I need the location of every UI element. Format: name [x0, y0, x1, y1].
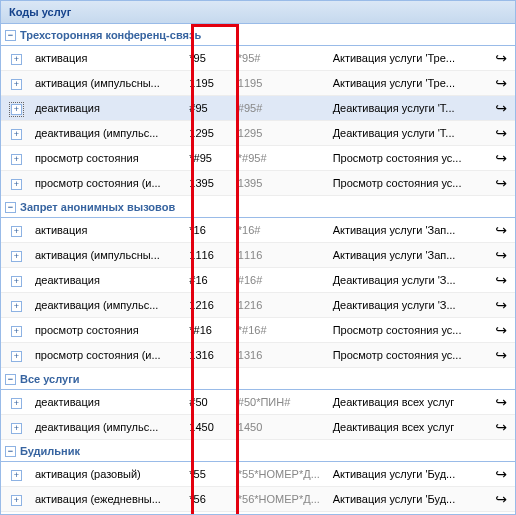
group-collapse-icon[interactable]: − — [5, 30, 16, 41]
cell-code: 1116 — [186, 243, 235, 268]
undo-icon[interactable]: ↩ — [495, 322, 507, 338]
cell-name: деактивация (импульс... — [32, 415, 186, 440]
table-row[interactable]: +активация (импульсны...11951195Активаци… — [1, 71, 515, 96]
cell-code: *55 — [186, 462, 235, 487]
table-row[interactable]: +деактивация (импульс...12951295Деактива… — [1, 121, 515, 146]
table-row[interactable]: +деактивация (импульс...14501450Деактива… — [1, 415, 515, 440]
group-header[interactable]: −Будильник — [1, 440, 515, 462]
cell-dial: *#95# — [235, 146, 330, 171]
undo-icon[interactable]: ↩ — [495, 150, 507, 166]
group-header[interactable]: −Трехсторонняя конференц-связь — [1, 24, 515, 46]
cell-code: 1216 — [186, 293, 235, 318]
table-row[interactable]: +активация*16*16#Активация услуги 'Зап..… — [1, 218, 515, 243]
row-expand-icon[interactable]: + — [11, 276, 22, 287]
table-row[interactable]: +деактивация#16#16#Деактивация услуги 'З… — [1, 268, 515, 293]
undo-icon[interactable]: ↩ — [495, 125, 507, 141]
cell-name: просмотр состояния (и... — [32, 343, 186, 368]
undo-icon[interactable]: ↩ — [495, 297, 507, 313]
cell-description: Просмотр состояния ус... — [330, 171, 487, 196]
cell-code: 1450 — [186, 415, 235, 440]
undo-icon[interactable]: ↩ — [495, 100, 507, 116]
table-row[interactable]: +деактивация (импульс...12161216Деактива… — [1, 293, 515, 318]
group-collapse-icon[interactable]: − — [5, 446, 16, 457]
undo-icon[interactable]: ↩ — [495, 222, 507, 238]
table-row[interactable]: +активация (ежедневны...*56*56*НОМЕР*Д..… — [1, 487, 515, 512]
row-expand-icon[interactable]: + — [11, 495, 22, 506]
undo-icon[interactable]: ↩ — [495, 491, 507, 507]
table-row[interactable]: +просмотр состояния (и...13951395Просмот… — [1, 171, 515, 196]
undo-icon[interactable]: ↩ — [495, 50, 507, 66]
group-collapse-icon[interactable]: − — [5, 374, 16, 385]
cell-name: деактивация — [32, 512, 186, 515]
table-row[interactable]: +деактивация#55#55*НОМЕР#Деактивация усл… — [1, 512, 515, 515]
undo-icon[interactable]: ↩ — [495, 394, 507, 410]
cell-name: деактивация — [32, 96, 186, 121]
cell-description: Просмотр состояния ус... — [330, 146, 487, 171]
table-row[interactable]: +деактивация#95#95#Деактивация услуги 'Т… — [1, 96, 515, 121]
table-row[interactable]: +деактивация#50#50*ПИН#Деактивация всех … — [1, 390, 515, 415]
cell-description: Просмотр состояния ус... — [330, 318, 487, 343]
undo-icon[interactable]: ↩ — [495, 75, 507, 91]
row-expand-icon[interactable]: + — [11, 326, 22, 337]
cell-code: 1395 — [186, 171, 235, 196]
group-title: Трехсторонняя конференц-связь — [20, 29, 201, 41]
undo-icon[interactable]: ↩ — [495, 247, 507, 263]
cell-dial: *#16# — [235, 318, 330, 343]
row-expand-icon[interactable]: + — [11, 470, 22, 481]
undo-icon[interactable]: ↩ — [495, 466, 507, 482]
undo-icon[interactable]: ↩ — [495, 175, 507, 191]
cell-description: Деактивация услуги 'З... — [330, 268, 487, 293]
table-row[interactable]: +активация*95*95#Активация услуги 'Тре..… — [1, 46, 515, 71]
row-expand-icon[interactable]: + — [11, 301, 22, 312]
cell-dial: 1395 — [235, 171, 330, 196]
cell-dial: 1295 — [235, 121, 330, 146]
cell-code: #95 — [186, 96, 235, 121]
cell-dial: *95# — [235, 46, 330, 71]
group-title: Все услуги — [20, 373, 80, 385]
row-expand-icon[interactable]: + — [11, 129, 22, 140]
row-expand-icon[interactable]: + — [11, 179, 22, 190]
row-expand-icon[interactable]: + — [11, 251, 22, 262]
cell-description: Деактивация услуги 'Т... — [330, 121, 487, 146]
cell-dial: 1316 — [235, 343, 330, 368]
group-header[interactable]: −Все услуги — [1, 368, 515, 390]
table-row[interactable]: +просмотр состояния*#16*#16#Просмотр сос… — [1, 318, 515, 343]
cell-name: активация (импульсны... — [32, 71, 186, 96]
table-row[interactable]: +просмотр состояния (и...13161316Просмот… — [1, 343, 515, 368]
cell-dial: 1195 — [235, 71, 330, 96]
cell-name: активация — [32, 218, 186, 243]
cell-name: активация (ежедневны... — [32, 487, 186, 512]
group-title: Будильник — [20, 445, 80, 457]
undo-icon[interactable]: ↩ — [495, 419, 507, 435]
row-expand-icon[interactable]: + — [11, 351, 22, 362]
undo-icon[interactable]: ↩ — [495, 272, 507, 288]
cell-name: деактивация — [32, 268, 186, 293]
cell-dial: #95# — [235, 96, 330, 121]
cell-dial: *55*НОМЕР*Д... — [235, 462, 330, 487]
cell-description: Деактивация услуги 'Б... — [330, 512, 487, 515]
row-expand-icon[interactable]: + — [11, 104, 22, 115]
row-expand-icon[interactable]: + — [11, 79, 22, 90]
cell-code: 1295 — [186, 121, 235, 146]
cell-name: просмотр состояния (и... — [32, 171, 186, 196]
table-row[interactable]: +просмотр состояния*#95*#95#Просмотр сос… — [1, 146, 515, 171]
row-expand-icon[interactable]: + — [11, 226, 22, 237]
row-expand-icon[interactable]: + — [11, 54, 22, 65]
cell-dial: *16# — [235, 218, 330, 243]
table-row[interactable]: +активация (разовый)*55*55*НОМЕР*Д...Акт… — [1, 462, 515, 487]
cell-description: Активация услуги 'Тре... — [330, 71, 487, 96]
row-expand-icon[interactable]: + — [11, 398, 22, 409]
cell-dial: 1116 — [235, 243, 330, 268]
table-row[interactable]: +активация (импульсны...11161116Активаци… — [1, 243, 515, 268]
row-expand-icon[interactable]: + — [11, 423, 22, 434]
group-collapse-icon[interactable]: − — [5, 202, 16, 213]
grid-body[interactable]: −Трехсторонняя конференц-связь+активация… — [1, 24, 515, 514]
cell-name: просмотр состояния — [32, 146, 186, 171]
cell-name: активация (импульсны... — [32, 243, 186, 268]
cell-name: активация (разовый) — [32, 462, 186, 487]
group-header[interactable]: −Запрет анонимных вызовов — [1, 196, 515, 218]
cell-code: 1316 — [186, 343, 235, 368]
undo-icon[interactable]: ↩ — [495, 347, 507, 363]
row-expand-icon[interactable]: + — [11, 154, 22, 165]
panel-title: Коды услуг — [1, 1, 515, 24]
